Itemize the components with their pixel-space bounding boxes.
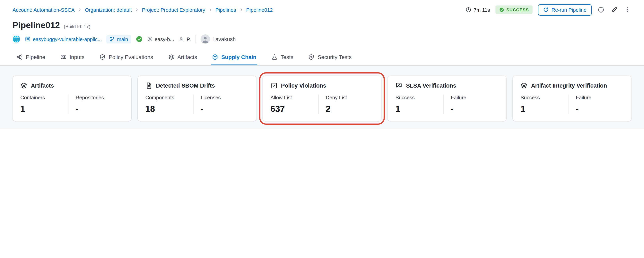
refresh-icon	[543, 7, 549, 12]
pipeline-icon	[16, 54, 23, 60]
info-icon[interactable]	[597, 6, 605, 14]
kebab-menu-icon[interactable]	[624, 6, 632, 14]
stat-slsa-failure: Failure -	[444, 94, 499, 114]
user-short-item[interactable]: P.	[179, 36, 191, 42]
package-icon	[212, 54, 218, 60]
card-artifact-integrity: Artifact Integrity Verification Success …	[512, 76, 632, 121]
stat-repositories: Repositories -	[68, 94, 124, 114]
tab-security-tests[interactable]: Security Tests	[308, 49, 352, 65]
clipboard-check-icon	[270, 82, 278, 89]
clock-icon	[466, 7, 471, 12]
card-sbom-drifts: Detected SBOM Drifts Components 18 Licen…	[138, 76, 256, 121]
tab-tests[interactable]: Tests	[270, 49, 294, 65]
breadcrumb: Account: Automation-SSCA Organization: d…	[12, 7, 273, 13]
success-check-icon	[136, 36, 142, 42]
stat-licenses: Licenses -	[193, 94, 248, 114]
sliders-icon	[60, 54, 66, 60]
divider	[196, 35, 196, 44]
chevron-right-icon	[239, 8, 243, 12]
git-branch-icon	[110, 36, 115, 42]
pipeline-meta-row: easybuggy-vulnerable-applic... main easy…	[0, 30, 644, 49]
status-badge: SUCCESS	[496, 6, 533, 14]
layers-icon	[20, 82, 27, 89]
stat-allow-list: Allow List 637	[270, 94, 318, 114]
triggered-by-user[interactable]: Lavakush	[200, 34, 236, 44]
person-icon	[179, 36, 184, 42]
breadcrumb-pipelines[interactable]: Pipelines	[216, 7, 236, 13]
layers-icon	[168, 54, 174, 60]
card-policy-violations: Policy Violations Allow List 637 Deny Li…	[262, 76, 382, 121]
build-id: (Build Id: 17)	[64, 24, 90, 29]
stat-integrity-success: Success 1	[520, 94, 568, 114]
tab-artifacts[interactable]: Artifacts	[167, 49, 198, 65]
globe-icon	[12, 35, 20, 43]
stat-integrity-failure: Failure -	[568, 94, 624, 114]
breadcrumb-project[interactable]: Project: Product Exploratory	[142, 7, 205, 13]
repository-icon	[25, 36, 30, 42]
shield-check-icon	[99, 54, 106, 60]
stat-containers: Containers 1	[20, 94, 68, 114]
summary-cards: Artifacts Containers 1 Repositories -	[12, 76, 632, 121]
tab-supply-chain[interactable]: Supply Chain	[211, 49, 257, 65]
gear-icon	[147, 36, 152, 42]
card-slsa-verifications: SLSA Verifications Success 1 Failure -	[388, 76, 506, 121]
chevron-right-icon	[78, 8, 82, 12]
title-row: Pipeline012 (Build Id: 17)	[0, 20, 644, 30]
document-icon	[146, 82, 152, 89]
supply-chain-content: Artifacts Containers 1 Repositories -	[0, 66, 644, 129]
stat-deny-list: Deny List 2	[318, 94, 374, 114]
breadcrumb-pipeline012[interactable]: Pipeline012	[246, 7, 273, 13]
top-bar-actions: 7m 11s SUCCESS Re-run Pipeline	[466, 4, 632, 16]
page-title: Pipeline012	[12, 20, 60, 30]
run-duration: 7m 11s	[466, 7, 490, 13]
tab-inputs[interactable]: Inputs	[60, 49, 85, 65]
breadcrumb-account[interactable]: Account: Automation-SSCA	[12, 7, 75, 13]
check-circle-icon	[499, 8, 504, 12]
badge-check-icon	[396, 82, 402, 89]
tab-pipeline[interactable]: Pipeline	[16, 49, 46, 65]
shield-icon	[308, 54, 314, 60]
avatar	[200, 34, 210, 44]
card-artifacts: Artifacts Containers 1 Repositories -	[12, 76, 132, 121]
top-bar: Account: Automation-SSCA Organization: d…	[0, 0, 644, 20]
rerun-pipeline-button[interactable]: Re-run Pipeline	[538, 4, 592, 16]
branch-selector[interactable]: main	[106, 35, 131, 43]
repo-link[interactable]: easybuggy-vulnerable-applic...	[25, 36, 102, 42]
breadcrumb-organization[interactable]: Organization: default	[85, 7, 132, 13]
tab-policy-evaluations[interactable]: Policy Evaluations	[98, 49, 154, 65]
app-root: Account: Automation-SSCA Organization: d…	[0, 0, 644, 129]
service-item[interactable]: easy-b...	[147, 36, 174, 42]
flask-icon	[271, 54, 278, 60]
stat-components: Components 18	[146, 94, 193, 114]
tab-bar: Pipeline Inputs Policy Evaluations Artif…	[0, 49, 644, 66]
chevron-right-icon	[135, 8, 139, 12]
stat-slsa-success: Success 1	[396, 94, 444, 114]
chevron-right-icon	[208, 8, 212, 12]
layers-icon	[520, 82, 528, 89]
edit-pencil-icon[interactable]	[610, 6, 618, 14]
